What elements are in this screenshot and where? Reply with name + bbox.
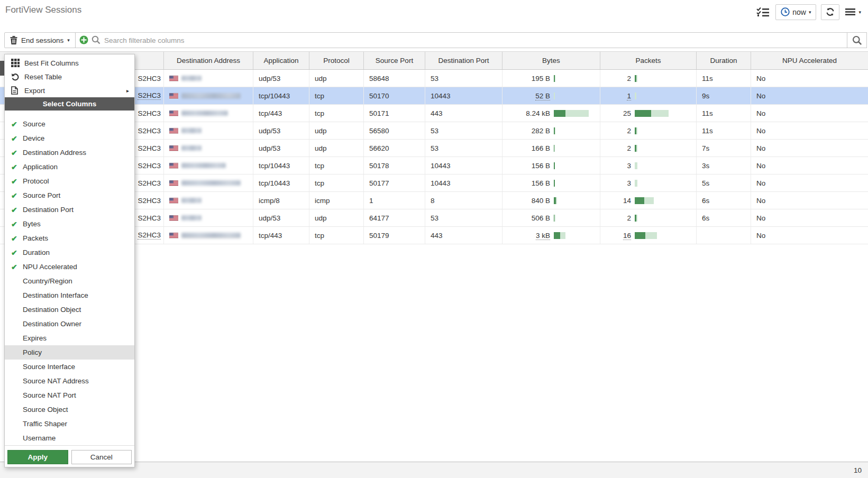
cell-source-port[interactable]: 56580 [364, 122, 425, 139]
column-settings-icon[interactable] [755, 4, 771, 20]
menu-column-source-port[interactable]: ✔Source Port [5, 188, 134, 203]
column-header-duration[interactable]: Duration [697, 52, 751, 69]
cell-destination-address[interactable] [164, 87, 253, 104]
cell-packets[interactable]: 2 [600, 70, 697, 87]
cell-duration[interactable]: 11s [697, 105, 751, 122]
cell-application[interactable]: udp/53 [253, 122, 309, 139]
filter-search-input[interactable] [75, 32, 847, 48]
cell-protocol[interactable]: tcp [309, 105, 364, 122]
cell-application[interactable]: tcp/10443 [253, 157, 309, 174]
cell-protocol[interactable]: udp [309, 209, 364, 226]
cell-source-port[interactable]: 58648 [364, 70, 425, 87]
cell-npu-accelerated[interactable]: No [751, 87, 868, 104]
cell-protocol[interactable]: tcp [309, 157, 364, 174]
column-header-destination-address[interactable]: Destination Address [164, 52, 253, 69]
menu-column-packets[interactable]: ✔Packets [5, 231, 134, 245]
cell-packets[interactable]: 16 [600, 227, 697, 244]
cell-duration[interactable] [697, 227, 751, 244]
cell-bytes[interactable]: 840 B [502, 192, 600, 209]
cell-npu-accelerated[interactable]: No [751, 157, 868, 174]
cell-destination-address[interactable] [164, 140, 253, 157]
menu-action-export[interactable]: Export▸ [5, 84, 134, 97]
menu-column-source[interactable]: ✔Source [5, 117, 134, 131]
cell-destination-port[interactable]: 53 [425, 70, 502, 87]
cell-source-port[interactable]: 50178 [364, 157, 425, 174]
cell-duration[interactable]: 6s [697, 209, 751, 226]
menu-column-policy[interactable]: Policy [5, 345, 134, 360]
column-header-destination-port[interactable]: Destination Port [425, 52, 502, 69]
menu-column-source-nat-port[interactable]: Source NAT Port [5, 388, 134, 402]
cell-protocol[interactable]: tcp [309, 174, 364, 191]
cell-bytes[interactable]: 156 B [502, 157, 600, 174]
cell-source-port[interactable]: 1 [364, 192, 425, 209]
cell-destination-port[interactable]: 443 [425, 105, 502, 122]
menu-column-destination-owner[interactable]: Destination Owner [5, 317, 134, 331]
cell-source-port[interactable]: 64177 [364, 209, 425, 226]
cell-duration[interactable]: 6s [697, 192, 751, 209]
cell-source-port[interactable]: 50171 [364, 105, 425, 122]
menu-column-destination-address[interactable]: ✔Destination Address [5, 145, 134, 160]
column-header-npu-accelerated[interactable]: NPU Accelerated [751, 52, 868, 69]
cell-duration[interactable]: 5s [697, 174, 751, 191]
cell-duration[interactable]: 7s [697, 140, 751, 157]
cell-npu-accelerated[interactable]: No [751, 192, 868, 209]
cell-packets[interactable]: 2 [600, 122, 697, 139]
cell-destination-address[interactable] [164, 70, 253, 87]
cell-destination-port[interactable]: 10443 [425, 157, 502, 174]
menu-column-destination-port[interactable]: ✔Destination Port [5, 203, 134, 217]
cell-destination-port[interactable]: 10443 [425, 174, 502, 191]
cell-source-port[interactable]: 50170 [364, 87, 425, 104]
cell-application[interactable]: udp/53 [253, 70, 309, 87]
cell-destination-address[interactable] [164, 105, 253, 122]
cell-bytes[interactable]: 166 B [502, 140, 600, 157]
menu-column-username[interactable]: Username [5, 431, 134, 445]
cell-destination-port[interactable]: 10443 [425, 87, 502, 104]
cell-destination-port[interactable]: 443 [425, 227, 502, 244]
cell-packets[interactable]: 2 [600, 209, 697, 226]
menu-column-source-object[interactable]: Source Object [5, 402, 134, 417]
cell-destination-port[interactable]: 53 [425, 122, 502, 139]
cell-destination-address[interactable] [164, 209, 253, 226]
cancel-button[interactable]: Cancel [71, 450, 132, 464]
menu-column-npu-accelerated[interactable]: ✔NPU Accelerated [5, 260, 134, 274]
cell-destination-address[interactable] [164, 227, 253, 244]
cell-application[interactable]: tcp/443 [253, 227, 309, 244]
cell-packets[interactable]: 2 [600, 140, 697, 157]
menu-action-reset-table[interactable]: Reset Table [5, 70, 134, 84]
cell-destination-address[interactable] [164, 122, 253, 139]
hamburger-menu-button[interactable]: ▾ [844, 4, 862, 20]
cell-protocol[interactable]: udp [309, 140, 364, 157]
column-header-source-port[interactable]: Source Port [364, 52, 425, 69]
column-header-application[interactable]: Application [253, 52, 309, 69]
cell-application[interactable]: tcp/443 [253, 105, 309, 122]
cell-application[interactable]: udp/53 [253, 209, 309, 226]
cell-source-port[interactable]: 50177 [364, 174, 425, 191]
menu-column-destination-interface[interactable]: Destination Interface [5, 288, 134, 302]
menu-column-traffic-shaper[interactable]: Traffic Shaper [5, 417, 134, 431]
cell-duration[interactable]: 11s [697, 70, 751, 87]
cell-npu-accelerated[interactable]: No [751, 209, 868, 226]
cell-destination-port[interactable]: 53 [425, 209, 502, 226]
cell-source-port[interactable]: 50179 [364, 227, 425, 244]
cell-bytes[interactable]: 3 kB [502, 227, 600, 244]
cell-application[interactable]: icmp/8 [253, 192, 309, 209]
cell-npu-accelerated[interactable]: No [751, 105, 868, 122]
menu-column-expires[interactable]: Expires [5, 331, 134, 345]
cell-packets[interactable]: 3 [600, 157, 697, 174]
cell-protocol[interactable]: icmp [309, 192, 364, 209]
cell-npu-accelerated[interactable]: No [751, 140, 868, 157]
cell-duration[interactable]: 3s [697, 157, 751, 174]
menu-column-duration[interactable]: ✔Duration [5, 245, 134, 260]
cell-bytes[interactable]: 282 B [502, 122, 600, 139]
cell-destination-address[interactable] [164, 174, 253, 191]
cell-application[interactable]: tcp/10443 [253, 174, 309, 191]
cell-packets[interactable]: 3 [600, 174, 697, 191]
refresh-button[interactable] [821, 4, 839, 20]
cell-destination-address[interactable] [164, 157, 253, 174]
menu-column-device[interactable]: ✔Device [5, 131, 134, 145]
cell-npu-accelerated[interactable]: No [751, 70, 868, 87]
menu-column-bytes[interactable]: ✔Bytes [5, 217, 134, 231]
cell-duration[interactable]: 9s [697, 87, 751, 104]
cell-protocol[interactable]: tcp [309, 87, 364, 104]
cell-bytes[interactable]: 195 B [502, 70, 600, 87]
